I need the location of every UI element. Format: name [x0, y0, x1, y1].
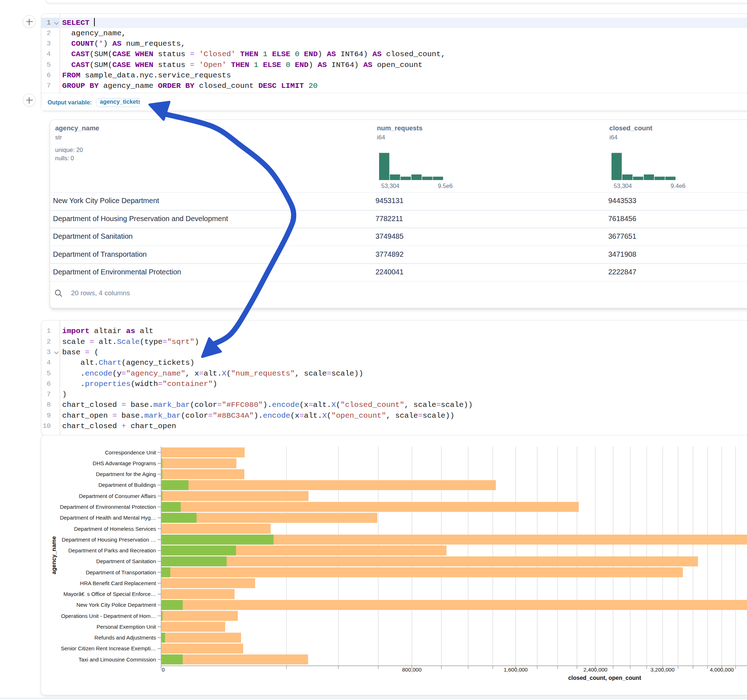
svg-text:Department of Consumer Affairs: Department of Consumer Affairs [79, 493, 156, 499]
svg-text:agency_name: agency_name [51, 536, 57, 574]
svg-text:Department of Health and Menta: Department of Health and Mental Hyg… [60, 514, 156, 520]
svg-text:HRA Benefit Card Replacement: HRA Benefit Card Replacement [80, 580, 156, 586]
svg-text:Department of Parks and Recrea: Department of Parks and Recreation [68, 547, 156, 554]
svg-text:Department for the Aging: Department for the Aging [96, 471, 156, 477]
svg-text:Operations Unit - Department o: Operations Unit - Department of Hom… [61, 613, 156, 619]
svg-text:Mayorâ€ s Office of Special E: Mayorâ€ s Office of Special Enforce… [64, 591, 156, 597]
svg-text:0: 0 [162, 667, 165, 673]
svg-text:3,200,000: 3,200,000 [650, 667, 674, 673]
svg-text:4,000,000: 4,000,000 [710, 667, 734, 673]
svg-text:800,000: 800,000 [402, 667, 422, 673]
svg-text:DHS Advantage Programs: DHS Advantage Programs [92, 460, 156, 466]
svg-text:Personal Exemption Unit: Personal Exemption Unit [97, 624, 156, 630]
svg-text:2,400,000: 2,400,000 [584, 667, 608, 673]
svg-text:Senior Citizen Rent Increase E: Senior Citizen Rent Increase Exempti… [61, 645, 156, 652]
svg-text:Department of Sanitation: Department of Sanitation [96, 558, 156, 564]
svg-text:New York City Police Departmen: New York City Police Department [76, 602, 156, 608]
svg-text:Department of Transportation: Department of Transportation [86, 569, 156, 575]
svg-text:Correspondence Unit: Correspondence Unit [105, 450, 156, 456]
svg-text:Department of Buildings: Department of Buildings [98, 482, 156, 488]
svg-text:Taxi and Limousine Commission: Taxi and Limousine Commission [79, 656, 156, 662]
svg-text:closed_count, open_count: closed_count, open_count [568, 675, 641, 681]
svg-text:Department of Housing Preserva: Department of Housing Preservation … [62, 537, 156, 543]
svg-text:1,600,000: 1,600,000 [504, 667, 528, 673]
svg-text:Department of Environmental Pr: Department of Environmental Protection [60, 504, 156, 510]
svg-text:Refunds and Adjustments: Refunds and Adjustments [94, 634, 156, 641]
svg-text:Department of Homeless Service: Department of Homeless Services [74, 526, 156, 532]
